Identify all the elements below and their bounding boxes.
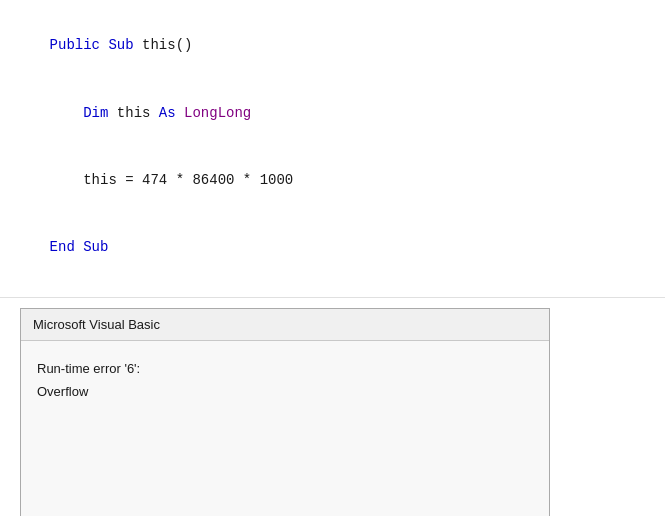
error-text: Overflow	[37, 384, 533, 399]
code-line-3: this = 474 * 86400 * 1000	[16, 146, 649, 213]
dialog-content: Run-time error '6': Overflow	[21, 341, 549, 516]
error-dialog: Microsoft Visual Basic Run-time error '6…	[20, 308, 550, 516]
dialog-title: Microsoft Visual Basic	[33, 317, 160, 332]
dialog-spacer	[37, 399, 533, 479]
dialog-titlebar: Microsoft Visual Basic	[21, 309, 549, 341]
error-label: Run-time error '6':	[37, 361, 533, 376]
code-editor: Public Sub this() Dim this As LongLong t…	[0, 0, 665, 298]
code-line-1: Public Sub this()	[16, 12, 649, 79]
keyword-public: Public Sub	[50, 37, 142, 53]
code-funcname: this()	[142, 37, 192, 53]
dialog-wrapper: Microsoft Visual Basic Run-time error '6…	[0, 298, 665, 516]
code-line-4: End Sub	[16, 214, 649, 281]
code-line-2: Dim this As LongLong	[16, 79, 649, 146]
